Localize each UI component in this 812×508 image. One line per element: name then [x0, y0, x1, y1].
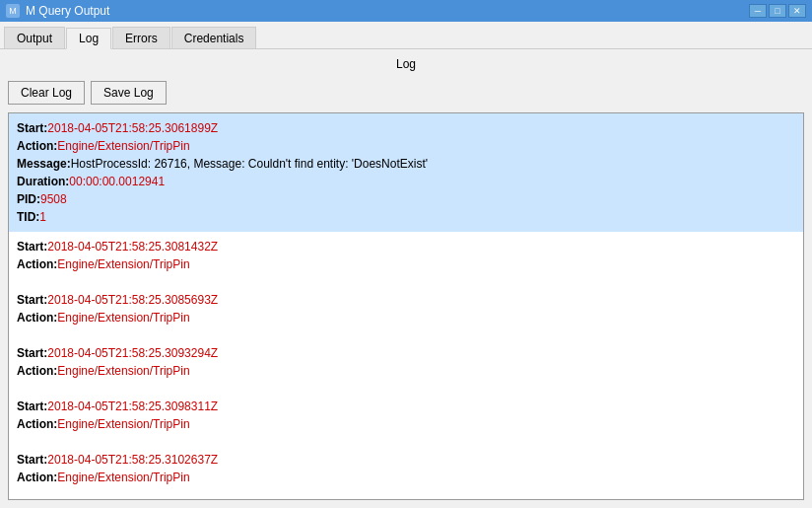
log-field-label: Action:: [17, 415, 57, 433]
log-field-value: HostProcessId: 26716, Message: Couldn't …: [71, 155, 428, 173]
log-field-row: Action: Engine/Extension/TripPin: [17, 255, 795, 273]
log-field-label: Action:: [17, 469, 57, 486]
tab-errors[interactable]: Errors: [112, 27, 170, 48]
log-field-label: Start:: [17, 238, 47, 255]
log-field-value: 2018-04-05T21:58:25.3098311Z: [47, 398, 218, 415]
log-field-value: 2018-04-05T21:58:25.3085693Z: [47, 291, 218, 309]
log-field-label: Start:: [17, 398, 47, 415]
log-entry: Start: 2018-04-05T21:58:25.3061899ZActio…: [9, 113, 803, 232]
log-field-row: Action: Engine/Extension/TripPin: [17, 415, 795, 433]
log-field-row: PID: 9508: [17, 190, 795, 208]
log-field-value: Engine/Extension/TripPin: [57, 255, 189, 273]
log-field-label: Message:: [17, 155, 71, 173]
tab-log[interactable]: Log: [66, 28, 111, 49]
log-field-label: Start:: [17, 451, 47, 469]
log-title: Log: [0, 49, 812, 77]
log-field-row: Start: 2018-04-05T21:58:25.3085693Z: [17, 291, 795, 309]
log-field-row: Start: 2018-04-05T21:58:25.3093294Z: [17, 344, 795, 362]
log-entry: Start: 2018-04-05T21:58:25.3098311ZActio…: [9, 392, 803, 439]
close-button[interactable]: ✕: [788, 4, 806, 18]
log-field-row: Start: 2018-04-05T21:58:25.3081432Z: [17, 238, 795, 255]
log-field-label: Start:: [17, 291, 47, 309]
tab-output[interactable]: Output: [4, 27, 65, 48]
log-field-label: Action:: [17, 255, 57, 273]
log-container[interactable]: Start: 2018-04-05T21:58:25.3061899ZActio…: [8, 112, 804, 500]
log-field-value: 9508: [40, 190, 67, 208]
log-entry: Start: 2018-04-05T21:58:25.3081432ZActio…: [9, 232, 803, 279]
log-field-row: Action: Engine/Extension/TripPin: [17, 469, 795, 486]
log-field-value: 2018-04-05T21:58:25.3061899Z: [47, 119, 218, 137]
log-field-row: Action: Engine/Extension/TripPin: [17, 362, 795, 380]
log-entry: Start: 2018-04-05T21:58:25.3093294ZActio…: [9, 338, 803, 386]
minimize-button[interactable]: ─: [749, 4, 767, 18]
log-field-value: 2018-04-05T21:58:25.3102637Z: [47, 451, 218, 469]
app-icon: M: [6, 4, 20, 18]
log-field-label: Duration:: [17, 173, 69, 190]
clear-log-button[interactable]: Clear Log: [8, 81, 85, 105]
maximize-button[interactable]: □: [769, 4, 786, 18]
log-entry: Start: 2018-04-05T21:58:25.3109267Z: [9, 498, 803, 500]
tab-credentials[interactable]: Credentials: [171, 27, 257, 48]
log-field-value: Engine/Extension/TripPin: [57, 309, 189, 327]
log-field-value: 2018-04-05T21:58:25.3093294Z: [47, 344, 218, 362]
log-field-value: Engine/Extension/TripPin: [57, 415, 189, 433]
log-field-row: TID: 1: [17, 208, 795, 226]
log-field-label: Action:: [17, 137, 57, 155]
log-field-label: Action:: [17, 309, 57, 327]
save-log-button[interactable]: Save Log: [91, 81, 167, 105]
title-bar: M M Query Output ─ □ ✕: [0, 0, 812, 22]
log-entry: Start: 2018-04-05T21:58:25.3102637ZActio…: [9, 445, 803, 492]
log-field-row: Start: 2018-04-05T21:58:25.3061899Z: [17, 119, 795, 137]
log-field-row: Duration: 00:00:00.0012941: [17, 173, 795, 190]
window-title: M Query Output: [26, 4, 109, 18]
log-field-value: 2018-04-05T21:58:25.3081432Z: [47, 238, 218, 255]
log-field-value: 1: [39, 208, 46, 226]
log-field-label: Start:: [17, 344, 47, 362]
log-field-row: Message: HostProcessId: 26716, Message: …: [17, 155, 795, 173]
log-field-label: Start:: [17, 119, 47, 137]
tabs-bar: OutputLogErrorsCredentials: [0, 22, 812, 49]
log-field-value: 00:00:00.0012941: [69, 173, 165, 190]
log-field-row: Start: 2018-04-05T21:58:25.3098311Z: [17, 398, 795, 415]
log-field-value: Engine/Extension/TripPin: [57, 137, 189, 155]
log-field-row: Action: Engine/Extension/TripPin: [17, 137, 795, 155]
log-field-label: PID:: [17, 190, 40, 208]
log-field-label: TID:: [17, 208, 39, 226]
log-field-value: Engine/Extension/TripPin: [57, 469, 189, 486]
log-entry: Start: 2018-04-05T21:58:25.3085693ZActio…: [9, 285, 803, 332]
log-field-row: Start: 2018-04-05T21:58:25.3102637Z: [17, 451, 795, 469]
log-field-value: Engine/Extension/TripPin: [57, 362, 189, 380]
log-field-label: Action:: [17, 362, 57, 380]
log-field-row: Action: Engine/Extension/TripPin: [17, 309, 795, 327]
